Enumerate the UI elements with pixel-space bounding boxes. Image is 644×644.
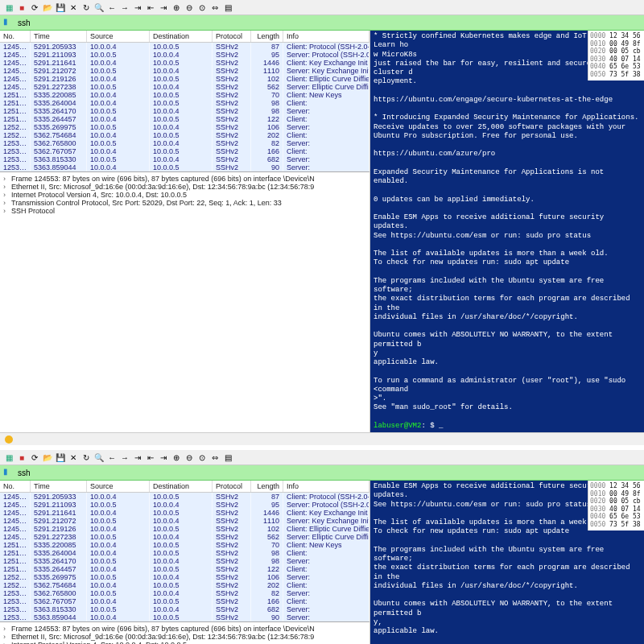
zoom-in-icon[interactable]: ⊕ [171,2,182,13]
tree-node[interactable]: ›Transmission Control Protocol, Src Port… [3,199,366,207]
fwd-icon[interactable]: → [119,452,130,463]
packet-row[interactable]: 1253…5363.81533010.0.0.510.0.0.4SSHv2682… [0,605,369,613]
packet-row[interactable]: 1253…5363.85904410.0.0.410.0.0.5SSHv290S… [0,613,369,621]
col-time[interactable]: Time [31,31,87,42]
tree-node[interactable]: ›Ethernet II, Src: Microsof_9d:16:6e (00… [3,183,366,191]
bookmark-icon[interactable]: ▮ [3,17,14,28]
packet-row[interactable]: 1245…5291.22723810.0.0.510.0.0.4SSHv2562… [0,533,369,541]
terminal-pane[interactable]: 0000 12 34 560010 00 49 8f0020 00 05 cb0… [370,31,644,432]
packet-row[interactable]: 1245…5291.21912610.0.0.410.0.0.5SSHv2102… [0,525,369,533]
stop-icon[interactable]: ■ [16,452,27,463]
bookmark-icon[interactable]: ▮ [3,467,14,478]
first-icon[interactable]: ⇤ [145,452,156,463]
col-len[interactable]: Length [251,481,283,492]
tree-node[interactable]: ›Ethernet II, Src: Microsof_9d:16:6e (00… [3,633,366,641]
packet-row[interactable]: 1253…5362.76580010.0.0.510.0.0.4SSHv282S… [0,589,369,597]
packet-row[interactable]: 1253…5363.81533010.0.0.510.0.0.4SSHv2682… [0,155,369,163]
packet-row[interactable]: 1251…5335.22008510.0.0.410.0.0.5SSHv270C… [0,541,369,549]
col-src[interactable]: Source [87,31,150,42]
packet-row[interactable]: 1252…5335.26997510.0.0.510.0.0.4SSHv2106… [0,573,369,581]
save-icon[interactable]: 💾 [55,2,66,13]
save-icon[interactable]: 💾 [55,452,66,463]
tree-node[interactable]: ›Frame 124553: 87 bytes on wire (696 bit… [3,175,366,183]
resize-icon[interactable]: ⇔ [209,452,221,463]
packet-row[interactable]: 1251…5335.26445710.0.0.410.0.0.5SSHv2122… [0,565,369,573]
reload-icon[interactable]: ↻ [80,452,92,463]
packet-row[interactable]: 1245…5291.22723810.0.0.510.0.0.4SSHv2562… [0,83,369,91]
packet-row[interactable]: 1251…5335.26417010.0.0.510.0.0.4SSHv298S… [0,107,369,115]
zoom-out-icon[interactable]: ⊖ [184,452,195,463]
packet-details-pane[interactable]: ›Frame 124553: 87 bytes on wire (696 bit… [0,621,369,644]
back-icon[interactable]: ← [106,2,118,13]
packet-row[interactable]: 1253…5362.76705710.0.0.410.0.0.5SSHv2166… [0,597,369,605]
columns-icon[interactable]: ▤ [222,452,233,463]
packet-row[interactable]: 1253…5362.76705710.0.0.410.0.0.5SSHv2166… [0,147,369,155]
resize-icon[interactable]: ⇔ [209,2,221,13]
find-icon[interactable]: 🔍 [93,452,105,463]
col-len[interactable]: Length [251,31,283,42]
packet-row[interactable]: 1245…5291.21164110.0.0.410.0.0.5SSHv2144… [0,509,369,517]
packet-row[interactable]: 1245…5291.20593310.0.0.410.0.0.5SSHv287C… [0,493,369,501]
packet-row[interactable]: 1245…5291.21109310.0.0.510.0.0.4SSHv295S… [0,501,369,509]
file-icon[interactable]: ▦ [3,2,14,13]
packet-row[interactable]: 1251…5335.26417010.0.0.510.0.0.4SSHv298S… [0,557,369,565]
packet-row[interactable]: 1253…5362.76580010.0.0.510.0.0.4SSHv282S… [0,139,369,147]
col-pro[interactable]: Protocol [213,31,251,42]
open-icon[interactable]: 📂 [42,452,53,463]
terminal-pane[interactable]: 0000 12 34 560010 00 49 8f0020 00 05 cb0… [370,481,644,644]
display-filter-input[interactable] [18,19,641,27]
col-dst[interactable]: Destination [150,31,213,42]
open-icon[interactable]: 📂 [42,2,53,13]
packet-row[interactable]: 1245…5291.21109310.0.0.510.0.0.4SSHv295S… [0,51,369,59]
zoom-fit-icon[interactable]: ⊙ [196,2,208,13]
packet-row[interactable]: 1251…5335.26445710.0.0.410.0.0.5SSHv2122… [0,115,369,123]
packet-row[interactable]: 1252…5335.26997510.0.0.510.0.0.4SSHv2106… [0,123,369,131]
last-icon[interactable]: ⇥ [158,2,169,13]
packet-rows[interactable]: 1245…5291.20593310.0.0.410.0.0.5SSHv287C… [0,43,369,171]
col-src[interactable]: Source [87,481,150,492]
restart-icon[interactable]: ⟳ [29,452,40,463]
packet-row[interactable]: 1245…5291.21207210.0.0.510.0.0.4SSHv2111… [0,517,369,525]
close-icon[interactable]: ✕ [68,452,79,463]
packet-row[interactable]: 1245…5291.21164110.0.0.410.0.0.5SSHv2144… [0,59,369,67]
zoom-fit-icon[interactable]: ⊙ [196,452,208,463]
packet-row[interactable]: 1245…5291.20593310.0.0.410.0.0.5SSHv287C… [0,43,369,51]
tree-node[interactable]: ›Internet Protocol Version 4, Src: 10.0.… [3,191,366,199]
packet-row[interactable]: 1251…5335.26400410.0.0.410.0.0.5SSHv298C… [0,549,369,557]
goto-icon[interactable]: ⇥ [132,452,143,463]
columns-icon[interactable]: ▤ [222,2,233,13]
zoom-out-icon[interactable]: ⊖ [184,2,195,13]
packet-row[interactable]: 1245…5291.21207210.0.0.510.0.0.4SSHv2111… [0,67,369,75]
last-icon[interactable]: ⇥ [158,452,169,463]
find-icon[interactable]: 🔍 [93,2,105,13]
restart-icon[interactable]: ⟳ [29,2,40,13]
col-pro[interactable]: Protocol [213,481,251,492]
back-icon[interactable]: ← [106,452,118,463]
col-no[interactable]: No. [0,31,31,42]
goto-icon[interactable]: ⇥ [132,2,143,13]
display-filter-input[interactable] [18,469,641,477]
col-dst[interactable]: Destination [150,481,213,492]
close-icon[interactable]: ✕ [68,2,79,13]
first-icon[interactable]: ⇤ [145,2,156,13]
packet-row[interactable]: 1245…5291.21912610.0.0.410.0.0.5SSHv2102… [0,75,369,83]
fwd-icon[interactable]: → [119,2,130,13]
packet-row[interactable]: 1251…5335.22008510.0.0.410.0.0.5SSHv270C… [0,91,369,99]
zoom-in-icon[interactable]: ⊕ [171,452,182,463]
packet-row[interactable]: 1252…5362.75468410.0.0.410.0.0.5SSHv2202… [0,131,369,139]
col-info[interactable]: Info [283,31,369,42]
tree-node[interactable]: ›Frame 124553: 87 bytes on wire (696 bit… [3,625,366,633]
col-time[interactable]: Time [31,481,87,492]
tree-node[interactable]: ›Internet Protocol Version 4, Src: 10.0.… [3,641,366,644]
reload-icon[interactable]: ↻ [80,2,92,13]
tree-node[interactable]: ›SSH Protocol [3,207,366,215]
stop-icon[interactable]: ■ [16,2,27,13]
col-no[interactable]: No. [0,481,31,492]
file-icon[interactable]: ▦ [3,452,14,463]
packet-details-pane[interactable]: ›Frame 124553: 87 bytes on wire (696 bit… [0,171,369,217]
packet-rows[interactable]: 1245…5291.20593310.0.0.410.0.0.5SSHv287C… [0,493,369,621]
col-info[interactable]: Info [283,481,369,492]
packet-row[interactable]: 1251…5335.26400410.0.0.410.0.0.5SSHv298C… [0,99,369,107]
packet-row[interactable]: 1253…5363.85904410.0.0.410.0.0.5SSHv290S… [0,163,369,171]
packet-row[interactable]: 1252…5362.75468410.0.0.410.0.0.5SSHv2202… [0,581,369,589]
